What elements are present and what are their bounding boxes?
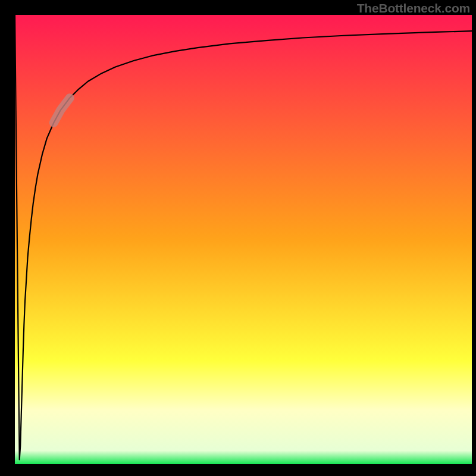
chart-plot-area [15, 15, 472, 464]
watermark-text: TheBottleneck.com [357, 1, 470, 15]
gradient-background [15, 15, 472, 464]
chart-svg [15, 15, 472, 464]
